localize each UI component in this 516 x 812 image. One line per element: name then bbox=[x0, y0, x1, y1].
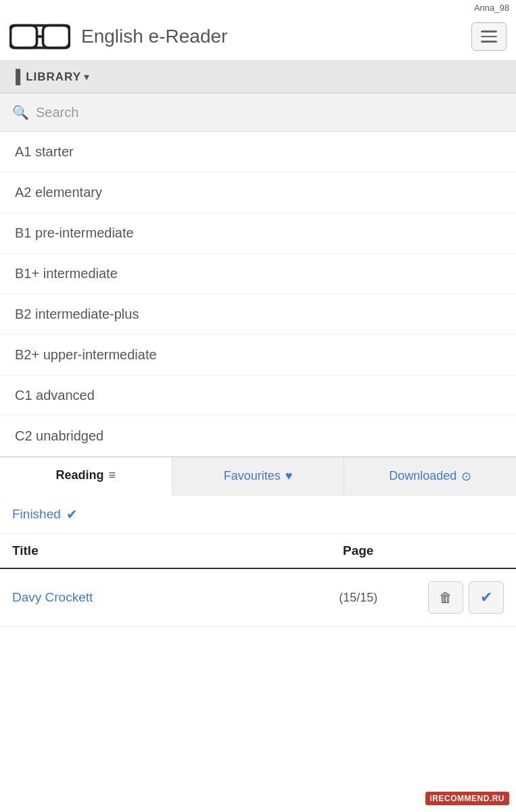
reading-icon: ≡ bbox=[109, 468, 116, 482]
svg-rect-1 bbox=[11, 26, 37, 48]
book-page: (15/15) bbox=[300, 591, 416, 605]
svg-line-4 bbox=[9, 26, 11, 34]
finished-check-icon: ✔ bbox=[66, 506, 78, 522]
list-item[interactable]: A1 starter bbox=[0, 132, 516, 173]
app-title: English e-Reader bbox=[81, 26, 471, 47]
list-item[interactable]: B1 pre-intermediate bbox=[0, 213, 516, 254]
list-item[interactable]: C2 unabridged bbox=[0, 416, 516, 456]
download-icon: ⊙ bbox=[461, 469, 471, 484]
check-button[interactable]: ✔ bbox=[469, 581, 504, 614]
username-label: Anna_98 bbox=[474, 3, 509, 13]
list-item[interactable]: C1 advanced bbox=[0, 376, 516, 416]
tabs-bar: Reading ≡ Favourites ♥ Downloaded ⊙ bbox=[0, 457, 516, 495]
list-item[interactable]: B2+ upper-intermediate bbox=[0, 335, 516, 376]
library-dropdown-icon[interactable]: ▾ bbox=[84, 70, 89, 83]
table-row: Davy Crockett (15/15) 🗑 ✔ bbox=[0, 569, 516, 627]
search-placeholder: Search bbox=[36, 105, 78, 120]
library-label: LIBRARY bbox=[26, 70, 81, 84]
tab-reading[interactable]: Reading ≡ bbox=[0, 457, 172, 495]
header: English e-Reader bbox=[0, 13, 516, 61]
row-actions: 🗑 ✔ bbox=[416, 581, 504, 614]
tab-favourites-label: Favourites bbox=[224, 469, 281, 483]
list-item[interactable]: B2 intermediate-plus bbox=[0, 294, 516, 335]
svg-rect-2 bbox=[43, 26, 70, 48]
column-actions bbox=[416, 543, 504, 558]
column-title: Title bbox=[12, 543, 300, 558]
menu-line-2 bbox=[481, 36, 497, 38]
tab-reading-label: Reading bbox=[56, 468, 104, 482]
menu-line-1 bbox=[481, 30, 497, 32]
list-item[interactable]: B1+ intermediate bbox=[0, 254, 516, 294]
menu-line-3 bbox=[481, 41, 497, 43]
watermark: iRECOMMEND.RU bbox=[425, 792, 510, 805]
tab-favourites[interactable]: Favourites ♥ bbox=[172, 457, 345, 495]
top-bar: Anna_98 bbox=[0, 0, 516, 13]
tab-downloaded-label: Downloaded bbox=[389, 469, 456, 483]
book-title[interactable]: Davy Crockett bbox=[12, 590, 300, 605]
library-bar[interactable]: ▐ LIBRARY ▾ bbox=[0, 61, 516, 93]
glasses-logo bbox=[9, 20, 70, 53]
search-bar[interactable]: 🔍 Search bbox=[0, 93, 516, 132]
list-item[interactable]: A2 elementary bbox=[0, 173, 516, 213]
delete-button[interactable]: 🗑 bbox=[428, 581, 463, 614]
menu-button[interactable] bbox=[471, 22, 507, 51]
library-icon: ▐ bbox=[11, 69, 20, 85]
finished-row[interactable]: Finished ✔ bbox=[0, 495, 516, 534]
menu-list: A1 starter A2 elementary B1 pre-intermed… bbox=[0, 132, 516, 457]
table-header: Title Page bbox=[0, 534, 516, 569]
finished-label: Finished bbox=[12, 507, 61, 522]
heart-icon: ♥ bbox=[285, 469, 293, 483]
search-icon: 🔍 bbox=[12, 104, 29, 120]
tab-downloaded[interactable]: Downloaded ⊙ bbox=[344, 457, 516, 495]
column-page: Page bbox=[300, 543, 416, 558]
svg-line-5 bbox=[70, 26, 71, 34]
